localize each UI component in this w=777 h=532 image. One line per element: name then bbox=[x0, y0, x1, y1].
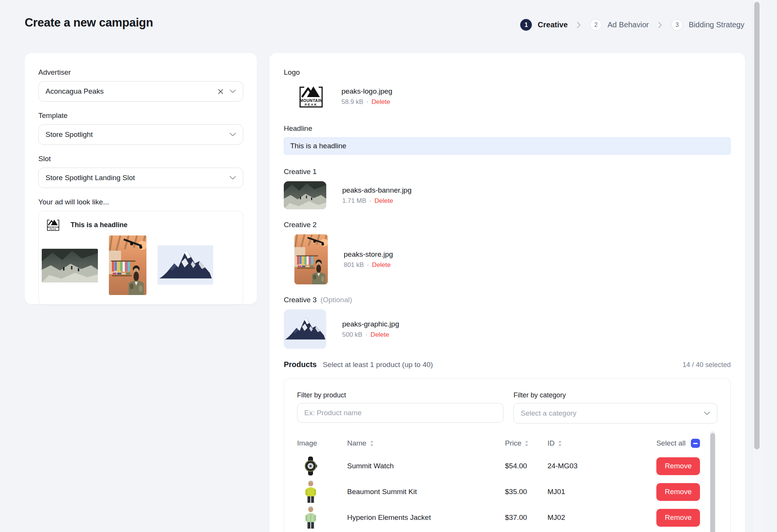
creative2-delete-link[interactable]: Delete bbox=[372, 261, 391, 269]
product-id: 24-MG03 bbox=[547, 462, 612, 470]
product-action-button[interactable]: Remove bbox=[656, 483, 700, 501]
product-name: Summit Watch bbox=[347, 462, 505, 470]
step-number-badge: 1 bbox=[520, 19, 532, 31]
creative3-optional-tag: (Optional) bbox=[321, 296, 352, 304]
chevron-right-icon bbox=[658, 22, 662, 28]
table-row: Montana Wind Jacket $39.00 MJ03 Add bbox=[297, 530, 717, 532]
advertiser-label: Advertiser bbox=[38, 68, 243, 77]
page-title: Create a new campaign bbox=[25, 16, 153, 30]
product-image-watch bbox=[302, 457, 319, 476]
creative2-filesize: 801 kB bbox=[344, 261, 364, 269]
select-all-label: Select all bbox=[656, 439, 686, 447]
creative3-filename: peaks-graphic.jpg bbox=[342, 320, 399, 328]
step-number-badge: 2 bbox=[590, 19, 602, 31]
sort-price-icon[interactable] bbox=[525, 441, 528, 446]
table-scrollbar-track bbox=[710, 431, 715, 532]
slot-select[interactable]: Store Spotlight Landing Slot bbox=[38, 168, 243, 188]
creative2-filename: peaks-store.jpg bbox=[344, 250, 393, 259]
headline-label: Headline bbox=[284, 124, 312, 133]
sort-id-icon[interactable] bbox=[558, 441, 562, 446]
logo-filename: peaks-logo.jpeg bbox=[341, 87, 392, 96]
creative1-thumbnail bbox=[284, 181, 326, 209]
column-header-price: Price bbox=[505, 439, 521, 447]
creative-panel: Logo MOUNTAIN PEAK peaks-logo.jpeg 58.9 … bbox=[269, 53, 745, 532]
brand-logo: MOUNTAIN PEAK bbox=[46, 217, 61, 232]
creative2-thumbnail bbox=[294, 234, 328, 284]
filter-product-label: Filter by product bbox=[297, 391, 503, 399]
column-header-image: Image bbox=[297, 439, 347, 447]
filter-category-label: Filter by category bbox=[513, 391, 717, 399]
campaign-settings-panel: Advertiser Aconcagua Peaks Template Stor… bbox=[25, 53, 257, 304]
table-row: Beaumont Summit Kit $35.00 MJ01 Remove bbox=[297, 479, 717, 505]
template-select[interactable]: Store Spotlight bbox=[38, 124, 243, 145]
chevron-down-icon bbox=[230, 89, 236, 93]
creative3-filesize: 500 kB bbox=[342, 331, 362, 339]
table-row: Hyperion Elements Jacket $37.00 MJ02 Rem… bbox=[297, 505, 717, 530]
svg-text:PEAK: PEAK bbox=[50, 228, 57, 230]
creative3-label: Creative 3 bbox=[284, 296, 317, 304]
chevron-down-icon bbox=[704, 411, 710, 415]
chevron-right-icon bbox=[577, 22, 581, 28]
column-header-id: ID bbox=[547, 439, 555, 447]
product-action-button[interactable]: Remove bbox=[656, 457, 700, 475]
preview-photo-banner bbox=[42, 249, 98, 282]
step-label: Bidding Strategy bbox=[689, 20, 744, 29]
product-id: MJ01 bbox=[547, 488, 612, 496]
stepper-step-creative[interactable]: 1 Creative bbox=[520, 19, 568, 31]
products-table-header: Image Name Price ID Select all bbox=[297, 439, 717, 448]
template-label: Template bbox=[38, 111, 243, 120]
select-all-checkbox[interactable] bbox=[691, 439, 700, 448]
svg-text:MOUNTAIN: MOUNTAIN bbox=[47, 226, 59, 228]
step-number-badge: 3 bbox=[671, 19, 683, 31]
creative3-thumbnail bbox=[284, 309, 326, 349]
products-subtitle: Select at least 1 product (up to 40) bbox=[323, 361, 433, 369]
preview-headline: This is a headline bbox=[71, 221, 127, 229]
table-row: Summit Watch $54.00 24-MG03 Remove bbox=[297, 453, 717, 479]
slot-value: Store Spotlight Landing Slot bbox=[46, 174, 230, 182]
creative1-label: Creative 1 bbox=[284, 168, 317, 176]
svg-text:PEAK: PEAK bbox=[305, 103, 318, 107]
svg-text:MOUNTAIN: MOUNTAIN bbox=[300, 98, 322, 103]
stepper-step-bidding-strategy[interactable]: 3 Bidding Strategy bbox=[671, 19, 744, 31]
product-image-yellow-hoodie bbox=[302, 481, 319, 503]
column-header-name: Name bbox=[347, 439, 366, 447]
product-image-green-jacket bbox=[302, 507, 319, 529]
template-value: Store Spotlight bbox=[46, 130, 230, 139]
stepper-step-ad-behavior[interactable]: 2 Ad Behavior bbox=[590, 19, 649, 31]
preview-photo-store bbox=[109, 235, 146, 295]
step-label: Creative bbox=[538, 20, 568, 29]
stepper: 1 Creative 2 Ad Behavior 3 Bidding Strat… bbox=[520, 19, 744, 31]
advertiser-select[interactable]: Aconcagua Peaks bbox=[38, 81, 243, 102]
step-label: Ad Behavior bbox=[607, 20, 649, 29]
slot-label: Slot bbox=[38, 155, 243, 163]
products-title: Products bbox=[284, 360, 317, 369]
ad-preview-label: Your ad will look like... bbox=[38, 198, 243, 206]
sort-name-icon[interactable] bbox=[370, 441, 374, 446]
products-box: Filter by product Filter by category Sel… bbox=[284, 378, 731, 532]
creative1-filename: peaks-ads-banner.jpg bbox=[342, 186, 412, 195]
chevron-down-icon bbox=[230, 133, 236, 137]
filter-category-select[interactable]: Select a category bbox=[513, 403, 717, 424]
clear-icon[interactable] bbox=[218, 89, 223, 94]
table-scrollbar-thumb[interactable] bbox=[710, 433, 715, 532]
product-id: MJ02 bbox=[547, 513, 612, 522]
preview-graphic-mountain bbox=[157, 245, 213, 285]
creative3-delete-link[interactable]: Delete bbox=[371, 331, 389, 339]
product-name: Beaumont Summit Kit bbox=[347, 488, 505, 496]
product-action-button[interactable]: Remove bbox=[656, 509, 700, 527]
filter-product-input[interactable] bbox=[297, 403, 503, 423]
logo-delete-link[interactable]: Delete bbox=[371, 98, 390, 106]
logo-section-label: Logo bbox=[284, 68, 731, 77]
dot-separator: · bbox=[369, 197, 371, 205]
logo-thumbnail: MOUNTAIN PEAK bbox=[297, 82, 326, 111]
chevron-down-icon bbox=[230, 176, 236, 180]
filter-category-value: Select a category bbox=[521, 409, 704, 417]
creative1-delete-link[interactable]: Delete bbox=[374, 197, 393, 205]
creative2-label: Creative 2 bbox=[284, 221, 317, 229]
creative1-filesize: 1.71 MB bbox=[342, 197, 366, 205]
page-scrollbar-thumb[interactable] bbox=[754, 2, 760, 449]
headline-input[interactable] bbox=[284, 137, 731, 155]
products-selected-count: 14 / 40 selected bbox=[683, 361, 731, 369]
ad-preview: MOUNTAIN PEAK This is a headline bbox=[38, 211, 243, 306]
dot-separator: · bbox=[366, 98, 369, 106]
